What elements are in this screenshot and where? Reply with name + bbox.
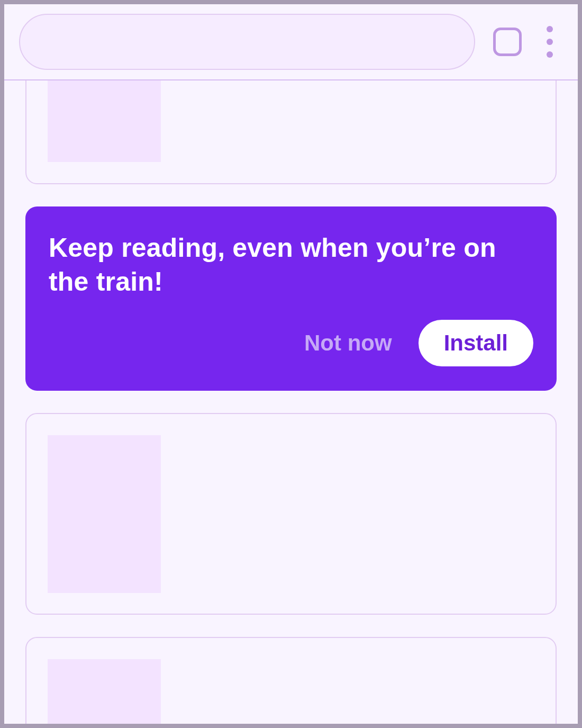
page-content: Keep reading, even when you’re on the tr… <box>4 80 578 724</box>
thumbnail-placeholder <box>48 659 161 724</box>
browser-toolbar <box>4 4 578 80</box>
thumbnail-placeholder <box>48 80 161 162</box>
more-vert-icon <box>547 39 553 45</box>
content-card <box>25 413 557 615</box>
more-vert-icon <box>547 51 553 58</box>
content-card <box>25 80 557 184</box>
install-promo-banner: Keep reading, even when you’re on the tr… <box>25 206 557 391</box>
address-bar[interactable] <box>19 14 475 70</box>
promo-actions: Not now Install <box>49 320 533 366</box>
promo-title: Keep reading, even when you’re on the tr… <box>49 231 533 299</box>
more-menu-button[interactable] <box>536 23 563 60</box>
more-vert-icon <box>547 26 553 32</box>
thumbnail-placeholder <box>48 435 161 593</box>
not-now-button[interactable]: Not now <box>304 330 392 356</box>
install-button[interactable]: Install <box>419 320 533 366</box>
content-card <box>25 637 557 724</box>
tab-switcher-button[interactable] <box>493 28 522 56</box>
